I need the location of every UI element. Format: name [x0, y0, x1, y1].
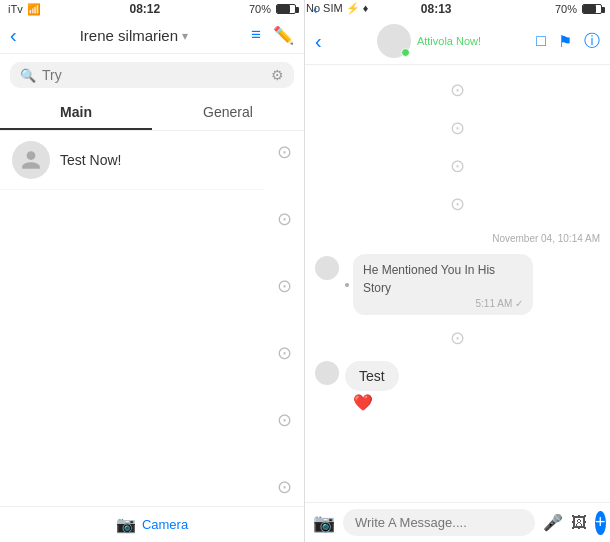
mic-icon[interactable]: 🎤: [543, 513, 563, 532]
time-left: 08:12: [129, 2, 160, 16]
list-icon[interactable]: ≡: [251, 25, 261, 46]
mention-text: He Mentioned You In His Story: [363, 263, 495, 295]
story-mention-avatar: [315, 256, 339, 280]
person-icon: [20, 149, 42, 171]
story-mention-message: He Mentioned You In His Story 5:11 AM ✓: [315, 254, 600, 315]
camera-bottom-icon[interactable]: 📷: [116, 515, 136, 534]
heart-reaction: ❤️: [353, 393, 373, 412]
tab-main[interactable]: Main: [0, 96, 152, 130]
header-icons-right: ≡ ✏️: [251, 25, 294, 46]
avatar-testnow: [12, 141, 50, 179]
msg-camera-icon-5: ⊙: [450, 327, 465, 349]
search-bar: 🔍 ⚙: [10, 62, 294, 88]
flag-icon[interactable]: ⚑: [558, 32, 572, 51]
left-status-items: iTv 📶: [8, 3, 41, 16]
chat-list: Test Now! ⊙ ⊙ ⊙ ⊙ ⊙ ⊙: [0, 131, 304, 506]
msg-camera-row-4: ⊙: [315, 193, 600, 215]
camera-icon-4: ⊙: [277, 342, 292, 364]
wifi-icon-left: 📶: [27, 3, 41, 16]
camera-icon-1: ⊙: [277, 141, 292, 163]
battery-percent-left: 70%: [249, 3, 271, 15]
camera-icon-6: ⊙: [277, 476, 292, 498]
typing-indicator: [345, 283, 349, 287]
right-status-items: 70%: [249, 3, 296, 15]
msg-camera-icon-1: ⊙: [450, 79, 465, 101]
contact-title-area[interactable]: Irene silmarien ▾: [80, 27, 188, 44]
online-dot: [401, 48, 410, 57]
contact-avatar: [377, 24, 411, 58]
camera-bottom-label: Camera: [142, 517, 188, 532]
camera-icons-list: ⊙ ⊙ ⊙ ⊙ ⊙ ⊙: [265, 131, 304, 506]
chat-name-testnow: Test Now!: [60, 152, 121, 168]
msg-camera-row-3: ⊙: [315, 155, 600, 177]
date-separator: November 04, 10:14 AM: [315, 233, 600, 244]
camera-icon-3: ⊙: [277, 275, 292, 297]
battery-icon-right: [582, 4, 602, 14]
add-button[interactable]: +: [595, 511, 606, 535]
battery-icon-left: [276, 4, 296, 14]
input-camera-icon[interactable]: 📷: [313, 512, 335, 534]
battery-percent-right: 70%: [555, 3, 577, 15]
tabs-left: Main General: [0, 96, 304, 131]
message-input-bar: 📷 🎤 🖼 +: [305, 502, 610, 542]
tab-general[interactable]: General: [152, 96, 304, 130]
mention-time: 5:11 AM ✓: [363, 298, 523, 309]
carrier-text: iTv: [8, 3, 23, 15]
story-mention-bubble: He Mentioned You In His Story 5:11 AM ✓: [353, 254, 533, 315]
header-left: ‹ Irene silmarien ▾ ≡ ✏️: [0, 18, 304, 54]
msg-camera-row-5: ⊙: [315, 327, 600, 349]
bottom-bar-left: 📷 Camera: [0, 506, 304, 542]
contact-area[interactable]: Attivola Now!: [377, 24, 481, 58]
action-icons-right: □ ⚑ ⓘ: [536, 31, 600, 52]
test-bubble-wrap: Test ❤️: [345, 361, 399, 412]
gallery-icon[interactable]: 🖼: [571, 514, 587, 532]
header-right: ‹ Attivola Now! □ ⚑ ⓘ: [305, 18, 610, 65]
test-bubble: Test: [345, 361, 399, 391]
msg-camera-row-1: ⊙: [315, 79, 600, 101]
left-panel: iTv 📶 08:12 70% ‹ Irene silmarien ▾ ≡ ✏️…: [0, 0, 305, 542]
chat-item-testnow[interactable]: Test Now!: [0, 131, 265, 190]
edit-icon[interactable]: ✏️: [273, 25, 294, 46]
msg-camera-icon-3: ⊙: [450, 155, 465, 177]
messages-area: ⊙ ⊙ ⊙ ⊙ November 04, 10:14 AM He Mention…: [305, 65, 610, 502]
info-icon[interactable]: ⓘ: [584, 31, 600, 52]
nosim-label: No SIM ⚡ ♦: [306, 2, 368, 15]
msg-camera-icon-2: ⊙: [450, 117, 465, 139]
chevron-down-icon: ▾: [182, 29, 188, 43]
test-bubble-row: Test ❤️: [315, 361, 600, 412]
status-bar-left: iTv 📶 08:12 70%: [0, 0, 304, 18]
msg-camera-row-2: ⊙: [315, 117, 600, 139]
camera-icon-2: ⊙: [277, 208, 292, 230]
filter-icon[interactable]: ⚙: [271, 67, 284, 83]
chat-info-testnow: Test Now!: [60, 151, 253, 169]
camera-icon-5: ⊙: [277, 409, 292, 431]
search-icon: 🔍: [20, 68, 36, 83]
right-panel: ‹ 08:13 70% No SIM ⚡ ♦ ‹ Attivola Now! □…: [305, 0, 610, 542]
typing-dot-1: [345, 283, 349, 287]
test-bubble-avatar: [315, 361, 339, 385]
back-button-right[interactable]: ‹: [315, 30, 322, 53]
msg-camera-icon-4: ⊙: [450, 193, 465, 215]
contact-name: Irene silmarien: [80, 27, 178, 44]
video-call-icon[interactable]: □: [536, 32, 546, 50]
story-mention-wrap: He Mentioned You In His Story 5:11 AM ✓: [345, 254, 533, 315]
search-input[interactable]: [42, 67, 265, 83]
contact-status-text: Attivola Now!: [417, 35, 481, 47]
back-button-left[interactable]: ‹: [10, 24, 17, 47]
message-input[interactable]: [343, 509, 535, 536]
time-right: 08:13: [421, 2, 452, 16]
right-status-right: 70%: [555, 3, 602, 15]
